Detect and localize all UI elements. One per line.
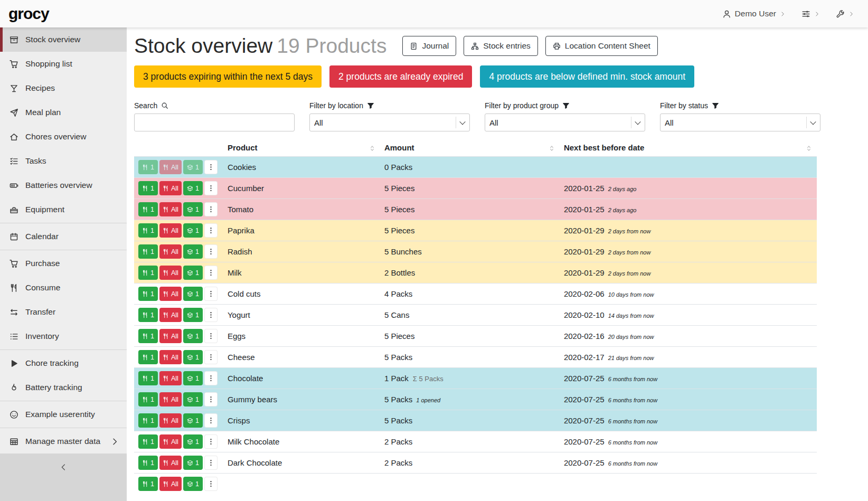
below-min-stock-banner[interactable]: 4 products are below defined min. stock … [480,65,694,88]
location-content-sheet-button[interactable]: Location Content Sheet [545,36,658,56]
consume-all-button[interactable]: All [159,244,182,259]
sidebar-item-batteries-overview[interactable]: Batteries overview [0,173,127,197]
sidebar-item-tasks[interactable]: Tasks [0,149,127,173]
consume-all-button[interactable]: All [159,371,182,385]
status-filter-select[interactable]: All [660,114,820,131]
sidebar-item-meal-plan[interactable]: Meal plan [0,100,127,125]
open-one-button[interactable]: 1 [183,477,203,491]
consume-one-button[interactable]: 1 [138,329,158,343]
sidebar-item-manage-master-data[interactable]: Manage master data [0,429,127,453]
open-one-button[interactable]: 1 [183,413,203,428]
consume-one-button[interactable]: 1 [138,308,158,322]
app-logo[interactable]: grocy [8,5,49,23]
open-one-button[interactable]: 1 [183,371,203,385]
open-one-button[interactable]: 1 [183,434,203,449]
consume-one-button[interactable]: 1 [138,350,158,364]
open-one-button[interactable]: 1 [183,329,203,343]
row-menu-button[interactable] [204,181,218,195]
sidebar-item-stock-overview[interactable]: Stock overview [0,27,127,52]
row-menu-button[interactable] [204,456,218,470]
sidebar-item-equipment[interactable]: Equipment [0,197,127,222]
expiring-products-banner[interactable]: 3 products expiring within the next 5 da… [134,65,322,88]
consume-one-button[interactable]: 1 [138,223,158,238]
stock-entries-button[interactable]: Stock entries [464,36,538,56]
sidebar-item-purchase[interactable]: Purchase [0,251,127,276]
row-menu-button[interactable] [204,434,218,449]
open-one-button[interactable]: 1 [183,266,203,280]
open-one-button[interactable]: 1 [183,287,203,301]
consume-one-button[interactable]: 1 [138,266,158,280]
consume-one-button[interactable]: 1 [138,181,158,195]
row-menu-button[interactable] [204,371,218,385]
consume-all-button[interactable]: All [159,477,182,491]
open-one-button[interactable]: 1 [183,244,203,259]
sidebar-item-transfer[interactable]: Transfer [0,300,127,324]
sort-icon[interactable] [548,145,555,152]
consume-all-button[interactable]: All [159,413,182,428]
admin-tools-menu[interactable] [836,10,854,18]
sidebar-collapse-button[interactable] [0,453,127,501]
open-one-button[interactable]: 1 [183,350,203,364]
open-one-button[interactable]: 1 [183,456,203,470]
consume-one-button[interactable]: 1 [138,160,158,174]
journal-button[interactable]: Journal [402,36,456,56]
consume-one-button[interactable]: 1 [138,371,158,385]
row-menu-button[interactable] [204,308,218,322]
consume-all-button[interactable]: All [159,308,182,322]
consume-all-button[interactable]: All [159,266,182,280]
row-menu-button[interactable] [204,287,218,301]
consume-one-button[interactable]: 1 [138,202,158,216]
open-one-button[interactable]: 1 [183,392,203,407]
open-one-button[interactable]: 1 [183,202,203,216]
consume-all-button[interactable]: All [159,329,182,343]
sidebar-item-consume[interactable]: Consume [0,276,127,300]
row-menu-button[interactable] [204,350,218,364]
consume-one-button[interactable]: 1 [138,244,158,259]
sidebar-item-battery-tracking[interactable]: Battery tracking [0,375,127,400]
consume-all-button[interactable]: All [159,434,182,449]
settings-menu[interactable] [801,10,820,18]
col-product[interactable]: Product [223,139,380,157]
sort-icon[interactable] [369,145,376,152]
consume-all-button[interactable]: All [159,392,182,407]
open-one-button[interactable]: 1 [183,223,203,238]
consume-all-button[interactable]: All [159,181,182,195]
sidebar-item-example-userentity[interactable]: Example userentity [0,402,127,427]
consume-one-button[interactable]: 1 [138,287,158,301]
consume-one-button[interactable]: 1 [138,456,158,470]
sidebar-item-calendar[interactable]: Calendar [0,224,127,249]
expired-products-banner[interactable]: 2 products are already expired [329,65,472,88]
open-one-button[interactable]: 1 [183,181,203,195]
consume-all-button[interactable]: All [159,350,182,364]
sidebar-item-inventory[interactable]: Inventory [0,324,127,348]
row-menu-button[interactable] [204,202,218,216]
row-menu-button[interactable] [204,223,218,238]
search-input[interactable] [134,114,295,131]
consume-all-button[interactable]: All [159,456,182,470]
sort-icon[interactable] [805,145,813,152]
consume-all-button[interactable]: All [159,223,182,238]
sidebar-item-recipes[interactable]: Recipes [0,76,127,100]
product-group-filter-select[interactable]: All [485,114,645,131]
row-menu-button[interactable] [204,392,218,407]
row-menu-button[interactable] [204,413,218,428]
open-one-button[interactable]: 1 [183,160,203,174]
col-amount[interactable]: Amount [380,139,560,157]
consume-all-button[interactable]: All [159,202,182,216]
sidebar-item-chores-overview[interactable]: Chores overview [0,125,127,149]
sidebar-item-chore-tracking[interactable]: Chore tracking [0,351,127,375]
row-menu-button[interactable] [204,244,218,259]
row-menu-button[interactable] [204,160,218,174]
consume-one-button[interactable]: 1 [138,477,158,491]
location-filter-select[interactable]: All [309,114,470,131]
user-menu[interactable]: Demo User [722,9,786,18]
row-menu-button[interactable] [204,477,218,491]
consume-all-button[interactable]: All [159,287,182,301]
consume-one-button[interactable]: 1 [138,392,158,407]
consume-one-button[interactable]: 1 [138,434,158,449]
consume-all-button[interactable]: All [159,160,182,174]
consume-one-button[interactable]: 1 [138,413,158,428]
sidebar-item-shopping-list[interactable]: Shopping list [0,52,127,76]
col-next-best-before-date[interactable]: Next best before date [560,139,817,157]
open-one-button[interactable]: 1 [183,308,203,322]
